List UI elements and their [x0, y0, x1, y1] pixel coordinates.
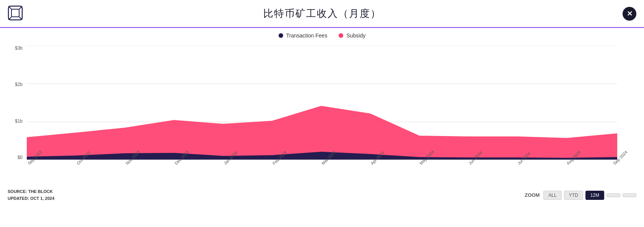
- source-info: SOURCE: THE BLOCK UPDATED: OCT 1, 2024: [8, 188, 54, 202]
- footer: SOURCE: THE BLOCK UPDATED: OCT 1, 2024 Z…: [0, 185, 644, 205]
- zoom-label: ZOOM: [525, 192, 540, 198]
- zoom-controls: ZOOM ALL YTD 12M: [525, 191, 636, 200]
- header: 比特币矿工收入（月度） ✕: [0, 0, 644, 28]
- svg-rect-1: [11, 9, 19, 17]
- y-label-2b: $2b: [2, 82, 25, 87]
- source-line1: SOURCE: THE BLOCK: [8, 188, 54, 195]
- legend-label-fees: Transaction Fees: [286, 32, 328, 39]
- source-line2: UPDATED: OCT 1, 2024: [8, 195, 54, 202]
- legend-item-fees: Transaction Fees: [279, 32, 328, 39]
- zoom-btn-extra2[interactable]: [623, 193, 636, 197]
- logo: [8, 5, 23, 22]
- y-label-3b: $3b: [2, 45, 25, 51]
- legend-dot-fees: [279, 33, 283, 38]
- page-title: 比特币矿工收入（月度）: [263, 7, 381, 20]
- chart-svg: [27, 45, 617, 160]
- legend: Transaction Fees Subsidy: [0, 28, 644, 42]
- legend-dot-subsidy: [339, 33, 343, 38]
- legend-item-subsidy: Subsidy: [339, 32, 365, 39]
- zoom-btn-all[interactable]: ALL: [543, 191, 561, 200]
- zoom-btn-12m[interactable]: 12M: [585, 191, 604, 200]
- close-button[interactable]: ✕: [623, 7, 636, 21]
- legend-label-subsidy: Subsidy: [346, 32, 365, 39]
- main-container: 比特币矿工收入（月度） ✕ Transaction Fees Subsidy $…: [0, 0, 644, 227]
- y-label-1b: $1b: [2, 118, 25, 124]
- y-label-0: $0: [2, 155, 25, 160]
- zoom-btn-ytd[interactable]: YTD: [564, 191, 583, 200]
- zoom-btn-extra1[interactable]: [607, 193, 620, 197]
